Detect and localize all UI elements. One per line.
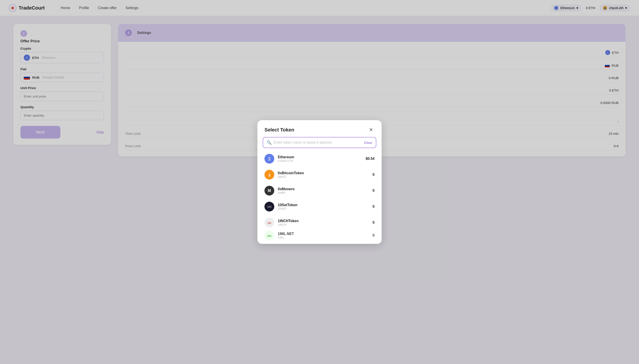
modal-title: Select Token: [264, 127, 294, 133]
search-icon: 🔍: [267, 140, 271, 145]
token-balance: $0.54: [366, 157, 375, 161]
token-name: Ethereum: [278, 155, 366, 159]
oxmr-logo: M: [264, 186, 274, 196]
token-info: 1MIL.NET 1MIL: [278, 232, 373, 239]
token-name: 1MIL.NET: [278, 232, 373, 236]
token-item[interactable]: M 0xMonero 0xMR 0: [259, 183, 380, 199]
token-item[interactable]: 1in 1INCHToken 1INCH 0: [259, 214, 380, 230]
set-logo: 10S: [264, 202, 274, 212]
oxbtc-logo: ₿: [264, 170, 274, 180]
svg-text:10S: 10S: [267, 206, 271, 208]
token-symbol: 0xBTC: [278, 175, 373, 178]
select-token-modal: Select Token ✕ 🔍 Clear Ξ Ethereum 0.0004…: [257, 120, 382, 244]
token-info: 10SetToken 10SET: [278, 203, 373, 210]
svg-text:M: M: [268, 188, 271, 193]
svg-text:1MIL: 1MIL: [267, 235, 272, 237]
token-item[interactable]: ₿ 0xBitcoinToken 0xBTC 0: [259, 167, 380, 183]
token-item[interactable]: 10S 10SetToken 10SET 0: [259, 199, 380, 214]
modal-close-button[interactable]: ✕: [368, 126, 375, 134]
ethereum-logo: Ξ: [264, 154, 274, 164]
token-item[interactable]: Ξ Ethereum 0.0004 ETH $0.54: [259, 151, 380, 167]
inch-logo: 1in: [264, 218, 274, 228]
clear-search-button[interactable]: Clear: [364, 141, 372, 144]
modal-header: Select Token ✕: [257, 120, 382, 137]
token-symbol: 0xMR: [278, 191, 373, 194]
token-name: 1INCHToken: [278, 219, 373, 223]
token-symbol: 1INCH: [278, 223, 373, 226]
token-info: 0xMonero 0xMR: [278, 187, 373, 194]
token-balance: 0: [373, 204, 375, 208]
token-info: 0xBitcoinToken 0xBTC: [278, 171, 373, 178]
token-symbol: 1MIL: [278, 236, 373, 239]
token-balance: 0: [373, 234, 375, 238]
token-symbol: 10SET: [278, 207, 373, 210]
token-symbol: 0.0004 ETH: [278, 159, 366, 162]
milnet-logo: 1MIL: [264, 230, 274, 240]
svg-text:1in: 1in: [267, 222, 271, 224]
modal-overlay[interactable]: Select Token ✕ 🔍 Clear Ξ Ethereum 0.0004…: [0, 0, 639, 364]
token-list: Ξ Ethereum 0.0004 ETH $0.54 ₿ 0xBitcoinT…: [257, 151, 382, 244]
token-balance: 0: [373, 189, 375, 193]
modal-search-wrap: 🔍 Clear: [257, 137, 382, 151]
token-search-input[interactable]: [274, 140, 362, 144]
token-search-field[interactable]: 🔍 Clear: [263, 137, 376, 148]
token-info: Ethereum 0.0004 ETH: [278, 155, 366, 162]
token-info: 1INCHToken 1INCH: [278, 219, 373, 226]
token-balance: 0: [373, 220, 375, 224]
token-name: 10SetToken: [278, 203, 373, 207]
token-item[interactable]: 1MIL 1MIL.NET 1MIL 0: [259, 230, 380, 240]
svg-text:₿: ₿: [269, 173, 270, 177]
token-balance: 0: [373, 173, 375, 177]
token-name: 0xMonero: [278, 187, 373, 191]
token-name: 0xBitcoinToken: [278, 171, 373, 175]
svg-text:Ξ: Ξ: [268, 156, 271, 161]
